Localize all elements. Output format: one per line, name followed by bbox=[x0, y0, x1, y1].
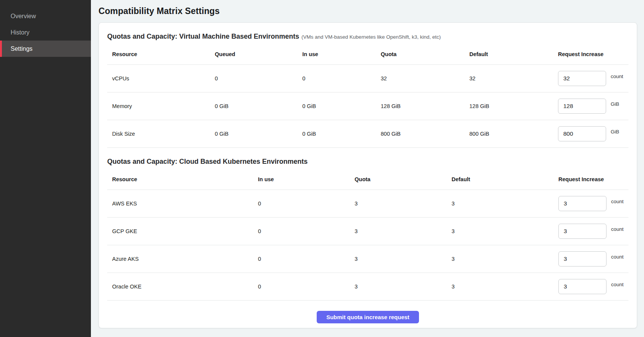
column-header-quota: Quota bbox=[355, 176, 452, 182]
unit-label: count bbox=[611, 199, 624, 204]
table-row: AWS EKS033count bbox=[107, 190, 628, 218]
column-header-quota: Quota bbox=[381, 51, 469, 57]
request-increase-cell: count bbox=[558, 251, 628, 266]
cell-quota: 3 bbox=[355, 201, 452, 207]
request-increase-input[interactable] bbox=[558, 279, 606, 294]
cell-queued: 0 GiB bbox=[215, 103, 302, 109]
cell-resource: vCPUs bbox=[107, 75, 215, 82]
vm-section-title: Quotas and Capacity: Virtual Machine Bas… bbox=[107, 33, 299, 40]
main-content: Compatibility Matrix Settings Quotas and… bbox=[91, 0, 644, 337]
settings-card: Quotas and Capacity: Virtual Machine Bas… bbox=[98, 22, 637, 328]
cell-in-use: 0 bbox=[258, 228, 355, 234]
sidebar-item-history[interactable]: History bbox=[0, 24, 91, 41]
request-increase-input[interactable] bbox=[558, 196, 606, 211]
request-increase-cell: count bbox=[558, 196, 628, 211]
cell-queued: 0 GiB bbox=[215, 131, 302, 137]
column-header-default: Default bbox=[469, 51, 558, 57]
cell-default: 128 GiB bbox=[469, 103, 558, 109]
unit-label: GiB bbox=[611, 101, 619, 107]
cell-in-use: 0 bbox=[258, 284, 355, 290]
section-heading: Quotas and Capacity: Virtual Machine Bas… bbox=[107, 31, 628, 42]
cell-quota: 3 bbox=[355, 284, 452, 290]
request-increase-input[interactable] bbox=[558, 224, 606, 239]
table-row: vCPUs003232count bbox=[107, 65, 628, 92]
sidebar-item-settings[interactable]: Settings bbox=[0, 41, 91, 57]
cell-default: 800 GiB bbox=[469, 131, 558, 137]
unit-label: GiB bbox=[611, 129, 619, 135]
cell-in-use: 0 bbox=[258, 201, 355, 207]
cell-default: 3 bbox=[452, 201, 558, 207]
cell-default: 3 bbox=[452, 284, 558, 290]
cell-quota: 128 GiB bbox=[381, 103, 469, 109]
table-row: Disk Size0 GiB0 GiB800 GiB800 GiBGiB bbox=[107, 120, 628, 148]
section-heading: Quotas and Capacity: Cloud Based Kuberne… bbox=[107, 156, 628, 167]
cell-resource: Azure AKS bbox=[107, 256, 258, 262]
submit-quota-increase-button[interactable]: Submit quota increase request bbox=[317, 311, 419, 323]
cell-quota: 800 GiB bbox=[381, 131, 469, 137]
request-increase-cell: GiB bbox=[558, 126, 628, 141]
column-header-in-use: In use bbox=[258, 176, 355, 182]
sidebar: OverviewHistorySettings bbox=[0, 0, 91, 337]
button-bar: Submit quota increase request bbox=[107, 301, 628, 330]
request-increase-input[interactable] bbox=[558, 99, 606, 114]
cell-default: 3 bbox=[452, 228, 558, 234]
sidebar-nav: OverviewHistorySettings bbox=[0, 8, 91, 57]
vm-section-subtitle: (VMs and VM-based Kubernetes like OpenSh… bbox=[302, 34, 441, 40]
cell-quota: 3 bbox=[355, 256, 452, 262]
cell-resource: GCP GKE bbox=[107, 228, 258, 234]
request-increase-cell: count bbox=[558, 71, 628, 86]
column-header-queued: Queued bbox=[215, 51, 302, 57]
request-increase-cell: GiB bbox=[558, 99, 628, 114]
cell-resource: Oracle OKE bbox=[107, 284, 258, 290]
cell-resource: Disk Size bbox=[107, 131, 215, 137]
request-increase-input[interactable] bbox=[558, 71, 606, 86]
cell-quota: 32 bbox=[381, 75, 469, 82]
request-increase-cell: count bbox=[558, 224, 628, 239]
unit-label: count bbox=[611, 254, 624, 260]
column-header-in-use: In use bbox=[302, 51, 381, 57]
request-increase-input[interactable] bbox=[558, 126, 606, 141]
cell-default: 3 bbox=[452, 256, 558, 262]
cell-in-use: 0 bbox=[258, 256, 355, 262]
table-row: Oracle OKE033count bbox=[107, 273, 628, 301]
vm-table-header: ResourceQueuedIn useQuotaDefaultRequest … bbox=[107, 42, 628, 65]
cloud-table-header: ResourceIn useQuotaDefaultRequest Increa… bbox=[107, 167, 628, 190]
cell-queued: 0 bbox=[215, 75, 302, 82]
unit-label: count bbox=[611, 282, 624, 287]
cell-in-use: 0 bbox=[302, 75, 381, 82]
cell-resource: Memory bbox=[107, 103, 215, 109]
request-increase-input[interactable] bbox=[558, 251, 606, 266]
vm-table-body: vCPUs003232countMemory0 GiB0 GiB128 GiB1… bbox=[107, 65, 628, 148]
column-header-request-increase: Request Increase bbox=[558, 176, 628, 182]
section-vm-environments: Quotas and Capacity: Virtual Machine Bas… bbox=[107, 31, 628, 148]
cloud-section-title: Quotas and Capacity: Cloud Based Kuberne… bbox=[107, 158, 308, 165]
column-header-default: Default bbox=[452, 176, 558, 182]
cell-in-use: 0 GiB bbox=[302, 131, 381, 137]
sidebar-item-overview[interactable]: Overview bbox=[0, 8, 91, 24]
unit-label: count bbox=[611, 226, 624, 232]
page-title: Compatibility Matrix Settings bbox=[98, 6, 637, 16]
section-cloud-environments: Quotas and Capacity: Cloud Based Kuberne… bbox=[107, 156, 628, 301]
cell-in-use: 0 GiB bbox=[302, 103, 381, 109]
request-increase-cell: count bbox=[558, 279, 628, 294]
cell-default: 32 bbox=[469, 75, 558, 82]
table-row: GCP GKE033count bbox=[107, 218, 628, 245]
table-row: Azure AKS033count bbox=[107, 245, 628, 273]
column-header-resource: Resource bbox=[107, 176, 258, 182]
cell-resource: AWS EKS bbox=[107, 201, 258, 207]
unit-label: count bbox=[611, 74, 623, 79]
column-header-resource: Resource bbox=[107, 51, 215, 57]
column-header-request-increase: Request Increase bbox=[558, 51, 628, 57]
cloud-table-body: AWS EKS033countGCP GKE033countAzure AKS0… bbox=[107, 190, 628, 301]
table-row: Memory0 GiB0 GiB128 GiB128 GiBGiB bbox=[107, 92, 628, 120]
cell-quota: 3 bbox=[355, 228, 452, 234]
